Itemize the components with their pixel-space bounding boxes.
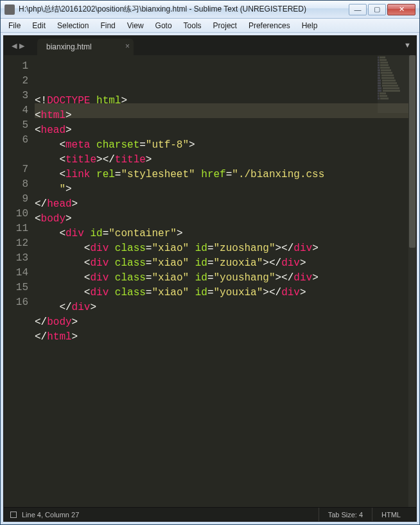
line-number: 16 bbox=[4, 295, 28, 310]
code-line[interactable]: <div id="container"> bbox=[35, 227, 416, 241]
window-title: H:\php\总结\20161202\position练习\bianxing.h… bbox=[19, 4, 349, 15]
line-number bbox=[4, 148, 28, 162]
code-line[interactable]: <body> bbox=[35, 212, 416, 227]
tab-active[interactable]: bianxing.html × bbox=[37, 39, 134, 55]
code-line[interactable]: "> bbox=[35, 182, 416, 197]
code-line[interactable]: <head> bbox=[35, 123, 416, 138]
tab-bar: ◀ ▶ bianxing.html × ▼ bbox=[4, 36, 416, 55]
tab-dropdown-icon[interactable]: ▼ bbox=[404, 41, 411, 49]
menubar: FileEditSelectionFindViewGotoToolsProjec… bbox=[1, 19, 419, 33]
code-line[interactable]: <link rel="stylesheet" href="./bianxing.… bbox=[35, 168, 416, 182]
status-syntax[interactable]: HTML bbox=[372, 508, 410, 521]
tab-label: bianxing.html bbox=[46, 42, 92, 51]
menu-project[interactable]: Project bbox=[208, 20, 242, 31]
code-line[interactable]: <div class="xiao" id="zuoshang"></div> bbox=[35, 241, 416, 256]
line-number: 15 bbox=[4, 280, 28, 295]
menu-tools[interactable]: Tools bbox=[179, 20, 207, 31]
line-number: 11 bbox=[4, 221, 28, 236]
line-number: 12 bbox=[4, 236, 28, 251]
status-tabsize[interactable]: Tab Size: 4 bbox=[319, 508, 372, 521]
tab-forward-icon[interactable]: ▶ bbox=[19, 42, 24, 50]
code-line[interactable]: <div class="xiao" id="zuoxia"></div> bbox=[35, 256, 416, 271]
scrollbar-thumb[interactable] bbox=[409, 55, 416, 248]
window-buttons: — ▢ ✕ bbox=[349, 4, 416, 15]
line-number: 9 bbox=[4, 192, 28, 207]
tab-close-icon[interactable]: × bbox=[125, 42, 130, 50]
vertical-scrollbar[interactable] bbox=[408, 55, 416, 507]
line-number: 14 bbox=[4, 266, 28, 280]
close-button[interactable]: ✕ bbox=[387, 4, 416, 15]
tab-nav: ◀ ▶ bbox=[9, 39, 33, 53]
editor[interactable]: 12345678910111213141516 <!DOCTYPE html><… bbox=[4, 55, 416, 507]
line-number: 7 bbox=[4, 162, 28, 177]
code-line[interactable]: <meta charset="utf-8"> bbox=[35, 138, 416, 153]
status-panel-icon[interactable] bbox=[10, 512, 17, 518]
menu-help[interactable]: Help bbox=[297, 20, 323, 31]
line-number: 4 bbox=[4, 103, 28, 118]
line-number: 3 bbox=[4, 89, 28, 103]
titlebar[interactable]: H:\php\总结\20161202\position练习\bianxing.h… bbox=[1, 1, 419, 19]
code-line[interactable]: <div class="xiao" id="youxia"></div> bbox=[35, 286, 416, 300]
code-line[interactable]: </head> bbox=[35, 197, 416, 212]
status-position[interactable]: Line 4, Column 27 bbox=[22, 511, 79, 519]
code-line[interactable]: </div> bbox=[35, 300, 416, 315]
menu-edit[interactable]: Edit bbox=[27, 20, 51, 31]
client-area: ◀ ▶ bianxing.html × ▼ 123456789101112131… bbox=[3, 35, 417, 522]
code-line[interactable]: <div class="xiao" id="youshang"></div> bbox=[35, 271, 416, 286]
line-number: 8 bbox=[4, 177, 28, 192]
code-area[interactable]: <!DOCTYPE html><html><head> <meta charse… bbox=[35, 55, 416, 507]
code-line[interactable]: </html> bbox=[35, 330, 416, 345]
line-number: 10 bbox=[4, 207, 28, 221]
minimap[interactable] bbox=[378, 56, 407, 92]
menu-find[interactable]: Find bbox=[95, 20, 120, 31]
line-number: 1 bbox=[4, 59, 28, 74]
code-line[interactable]: </body> bbox=[35, 315, 416, 330]
app-window: H:\php\总结\20161202\position练习\bianxing.h… bbox=[0, 0, 420, 525]
status-bar: Line 4, Column 27 Tab Size: 4 HTML bbox=[4, 507, 416, 521]
menu-goto[interactable]: Goto bbox=[150, 20, 177, 31]
app-icon bbox=[4, 4, 15, 15]
minimize-button[interactable]: — bbox=[349, 4, 367, 15]
menu-file[interactable]: File bbox=[3, 20, 26, 31]
menu-preferences[interactable]: Preferences bbox=[243, 20, 295, 31]
code-line[interactable]: <title></title> bbox=[35, 153, 416, 168]
line-number: 5 bbox=[4, 118, 28, 133]
gutter: 12345678910111213141516 bbox=[4, 55, 35, 507]
line-number: 13 bbox=[4, 251, 28, 266]
line-number: 2 bbox=[4, 74, 28, 89]
tab-back-icon[interactable]: ◀ bbox=[12, 42, 17, 50]
maximize-button[interactable]: ▢ bbox=[368, 4, 386, 15]
menu-selection[interactable]: Selection bbox=[52, 20, 94, 31]
line-number: 6 bbox=[4, 133, 28, 148]
menu-view[interactable]: View bbox=[122, 20, 149, 31]
